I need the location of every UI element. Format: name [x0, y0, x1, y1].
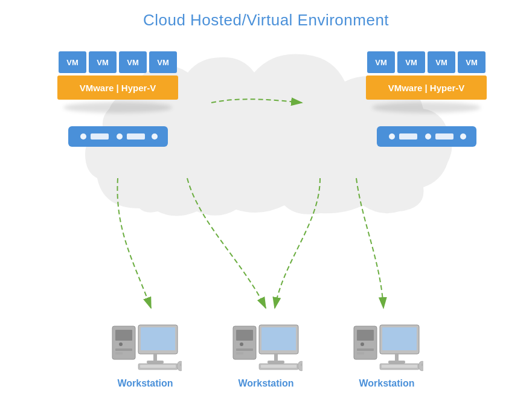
server-shadow-left	[63, 102, 172, 113]
svg-rect-4	[127, 133, 145, 140]
vm-row-left: VM VM VM VM	[59, 51, 177, 73]
svg-point-50	[418, 361, 423, 371]
workstation-label-2: Workstation	[238, 378, 293, 389]
svg-rect-32	[261, 327, 296, 350]
svg-rect-21	[147, 361, 164, 364]
network-switch-right	[374, 121, 479, 154]
hypervisor-bar-right: VMware | Hyper-V	[366, 75, 487, 100]
svg-point-28	[240, 342, 243, 346]
workstation-label-1: Workstation	[117, 378, 173, 389]
svg-rect-45	[382, 327, 417, 350]
vm-box: VM	[119, 51, 147, 73]
svg-rect-30	[236, 352, 243, 355]
svg-rect-20	[153, 354, 157, 361]
svg-rect-17	[115, 352, 123, 355]
workstation-item-3: Workstation	[351, 320, 423, 389]
svg-rect-42	[357, 348, 374, 351]
vm-box: VM	[397, 51, 425, 73]
network-switch-left	[65, 121, 171, 154]
svg-rect-33	[274, 354, 278, 361]
svg-rect-14	[115, 330, 132, 341]
svg-rect-8	[399, 133, 417, 140]
hypervisor-bar-left: VMware | Hyper-V	[57, 75, 178, 100]
vm-box: VM	[89, 51, 117, 73]
svg-rect-29	[236, 348, 253, 351]
server-group-right: VM VM VM VM VMware | Hyper-V	[366, 51, 487, 154]
vm-box: VM	[59, 51, 86, 73]
vm-box: VM	[367, 51, 395, 73]
vm-row-right: VM VM VM VM	[367, 51, 486, 73]
svg-rect-36	[261, 365, 296, 368]
svg-point-24	[177, 361, 182, 371]
svg-rect-43	[357, 352, 364, 355]
svg-point-15	[119, 342, 123, 346]
svg-point-11	[460, 133, 466, 140]
svg-rect-47	[388, 361, 405, 364]
svg-rect-46	[395, 354, 399, 361]
svg-rect-23	[140, 365, 176, 368]
svg-point-3	[117, 133, 123, 140]
workstations-row: Workstation Workstation	[0, 320, 532, 389]
svg-point-5	[152, 133, 158, 140]
svg-point-41	[361, 342, 364, 346]
svg-rect-40	[357, 330, 374, 341]
svg-point-37	[298, 361, 303, 371]
svg-rect-19	[141, 327, 175, 350]
vm-box: VM	[149, 51, 177, 73]
svg-rect-2	[91, 133, 109, 140]
svg-rect-16	[115, 348, 132, 351]
svg-rect-34	[268, 361, 284, 364]
svg-rect-49	[382, 365, 417, 368]
workstation-item-2: Workstation	[230, 320, 303, 389]
workstation-item-1: Workstation	[109, 320, 182, 389]
svg-point-7	[389, 133, 395, 140]
server-shadow-right	[372, 102, 481, 113]
vm-box: VM	[458, 51, 486, 73]
workstation-label-3: Workstation	[359, 378, 414, 389]
svg-rect-27	[236, 330, 253, 341]
vm-box: VM	[428, 51, 455, 73]
svg-rect-10	[435, 133, 453, 140]
svg-point-9	[425, 133, 431, 140]
page-title: Cloud Hosted/Virtual Environment	[0, 0, 532, 30]
server-group-left: VM VM VM VM VMware | Hyper-V	[57, 51, 178, 154]
svg-point-1	[80, 133, 86, 140]
